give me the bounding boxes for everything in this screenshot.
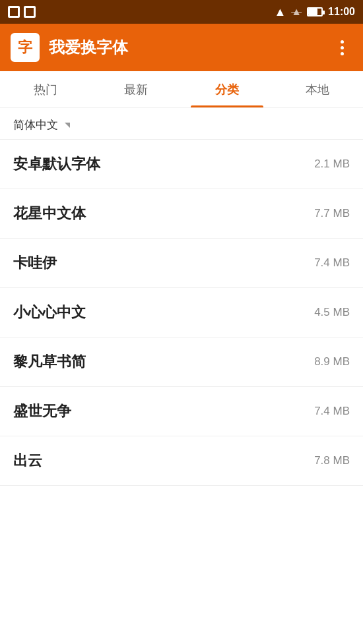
font-name: 盛世无争 [13,401,71,421]
font-list-item[interactable]: 黎凡草书简8.9 MB [0,337,363,387]
font-list-item[interactable]: 卡哇伊7.4 MB [0,239,363,288]
tab-latest-label: 最新 [124,82,148,98]
more-menu-button[interactable] [331,40,352,55]
status-square-1 [8,6,20,18]
font-name: 安卓默认字体 [13,154,100,174]
tab-local-label: 本地 [306,82,329,98]
tab-bar: 热门 最新 分类 本地 [0,71,363,108]
menu-dot-2 [341,46,344,49]
font-list-item[interactable]: 小心心中文4.5 MB [0,288,363,337]
status-square-2 [24,6,36,18]
font-size: 4.5 MB [314,306,350,319]
category-arrow-icon [65,123,70,128]
tab-hot[interactable]: 热门 [0,71,91,107]
menu-dot-1 [341,40,344,44]
font-size: 8.9 MB [314,355,350,368]
status-bar-left [8,6,36,18]
font-size: 7.8 MB [314,454,350,467]
font-size: 7.4 MB [314,256,350,270]
font-size: 7.7 MB [314,207,350,220]
tab-category[interactable]: 分类 [182,71,273,107]
menu-dot-3 [341,52,344,55]
font-name: 黎凡草书简 [13,352,86,372]
tab-local[interactable]: 本地 [273,71,364,107]
font-list-item[interactable]: 安卓默认字体2.1 MB [0,140,363,189]
tab-category-label: 分类 [215,82,239,98]
status-bar: ▲ ▲ 11:00 [0,0,363,24]
font-list-item[interactable]: 盛世无争7.4 MB [0,387,363,436]
category-name: 简体中文 [13,117,58,132]
font-list-item[interactable]: 花星中文体7.7 MB [0,189,363,239]
font-name: 花星中文体 [13,204,86,223]
battery-icon [307,7,323,16]
app-header: 字 我爱换字体 [0,24,363,71]
category-header[interactable]: 简体中文 [0,108,363,140]
tab-latest[interactable]: 最新 [91,71,182,107]
app-title: 我爱换字体 [49,37,331,58]
font-name: 卡哇伊 [13,253,57,273]
status-time: 11:00 [328,6,355,18]
tab-hot-label: 热门 [34,82,57,98]
signal-icon: ▲ [291,6,302,18]
font-name: 出云 [13,451,42,471]
wifi-icon: ▲ [274,5,286,19]
font-list: 安卓默认字体2.1 MB花星中文体7.7 MB卡哇伊7.4 MB小心心中文4.5… [0,140,363,486]
font-name: 小心心中文 [13,303,86,322]
font-list-item[interactable]: 出云7.8 MB [0,436,363,486]
app-logo: 字 [11,33,40,62]
font-size: 7.4 MB [314,405,350,418]
font-size: 2.1 MB [314,158,350,171]
